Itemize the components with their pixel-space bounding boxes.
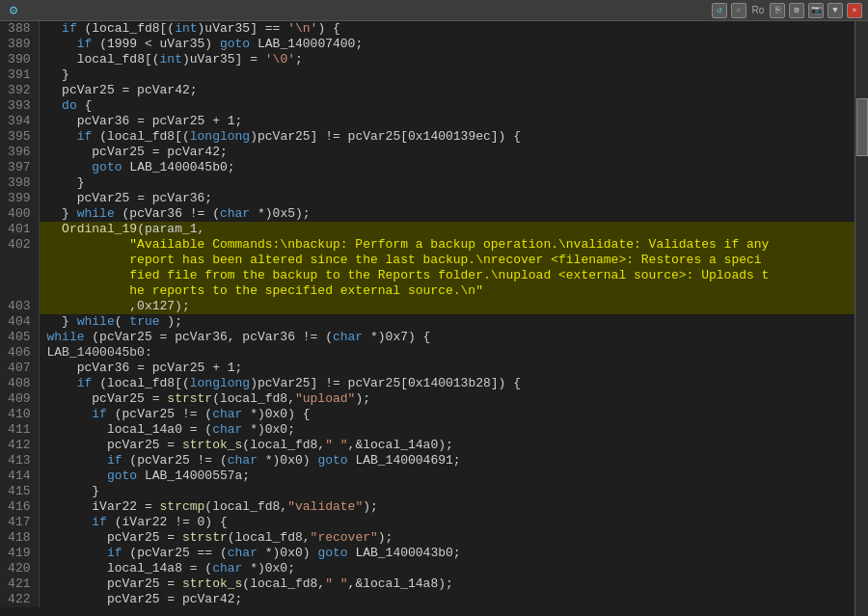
code-line: report has been altered since the last b…	[39, 253, 854, 268]
camera-icon[interactable]: 📷	[808, 3, 824, 18]
menu-icon[interactable]: ▼	[827, 3, 843, 18]
bookmark-icon[interactable]: ⊞	[789, 3, 804, 18]
code-line: goto LAB_1400045b0;	[39, 160, 854, 175]
code-line: pcVar25 = strtok_s(local_fd8," ",&local_…	[39, 576, 854, 592]
code-container: 388 if (local_fd8[(int)uVar35] == '\n') …	[0, 21, 868, 616]
code-line: } while( true );	[39, 314, 854, 330]
code-table: 388 if (local_fd8[(int)uVar35] == '\n') …	[0, 21, 854, 607]
line-number: 422	[0, 592, 39, 607]
table-row: 412 pcVar25 = strtok_s(local_fd8," ",&lo…	[0, 438, 854, 453]
table-row: 405while (pcVar25 = pcVar36, pcVar36 != …	[0, 330, 854, 345]
line-number: 398	[0, 175, 39, 191]
code-line: fied file from the backup to the Reports…	[39, 268, 854, 283]
table-row: 394 pcVar36 = pcVar25 + 1;	[0, 114, 854, 129]
table-row: 391 }	[0, 67, 854, 83]
code-line: pcVar36 = pcVar25 + 1;	[39, 114, 854, 129]
code-line: Ordinal_19(param_1,	[39, 222, 854, 237]
table-row: he reports to the specified external sou…	[0, 283, 854, 299]
line-number: 415	[0, 484, 39, 499]
sync-icon[interactable]: ⇄	[731, 3, 746, 18]
table-row: 413 if (pcVar25 != (char *)0x0) goto LAB…	[0, 453, 854, 469]
line-number: 421	[0, 576, 39, 592]
code-scroll-area[interactable]: 388 if (local_fd8[(int)uVar35] == '\n') …	[0, 21, 854, 616]
code-line: } while (pcVar36 != (char *)0x5);	[39, 206, 854, 222]
code-line: if (iVar22 != 0) {	[39, 515, 854, 530]
code-line: ,0x127);	[39, 299, 854, 314]
line-number: 389	[0, 37, 39, 52]
copy-icon[interactable]: ⎘	[770, 3, 785, 18]
table-row: 397 goto LAB_1400045b0;	[0, 160, 854, 175]
close-button[interactable]: ✕	[847, 3, 862, 18]
code-line: if (pcVar25 != (char *)0x0) goto LAB_140…	[39, 453, 854, 469]
table-row: 404 } while( true );	[0, 314, 854, 330]
line-number: 401	[0, 222, 39, 237]
code-line: if (pcVar25 != (char *)0x0) {	[39, 407, 854, 422]
table-row: 403 ,0x127);	[0, 299, 854, 314]
line-number: 405	[0, 330, 39, 345]
scrollbar-thumb[interactable]	[856, 98, 868, 156]
code-line: if (1999 < uVar35) goto LAB_140007400;	[39, 37, 854, 52]
line-number	[0, 268, 39, 283]
line-number: 397	[0, 160, 39, 175]
line-number: 390	[0, 52, 39, 67]
table-row: 420 local_14a8 = (char *)0x0;	[0, 561, 854, 576]
line-number: 418	[0, 530, 39, 546]
table-row: 399 pcVar25 = pcVar36;	[0, 191, 854, 206]
code-line: }	[39, 175, 854, 191]
table-row: 411 local_14a0 = (char *)0x0;	[0, 422, 854, 438]
table-row: 409 pcVar25 = strstr(local_fd8,"upload")…	[0, 391, 854, 407]
code-line: local_14a8 = (char *)0x0;	[39, 561, 854, 576]
line-number: 419	[0, 546, 39, 561]
table-row: 418 pcVar25 = strstr(local_fd8,"recover"…	[0, 530, 854, 546]
table-row: 402 "Available Commands:\nbackup: Perfor…	[0, 237, 854, 253]
lang-label: Ro	[750, 3, 766, 18]
line-number	[0, 253, 39, 268]
line-number: 393	[0, 98, 39, 114]
line-number: 391	[0, 67, 39, 83]
vertical-scrollbar[interactable]	[854, 21, 868, 616]
code-line: pcVar36 = pcVar25 + 1;	[39, 361, 854, 376]
refresh-icon[interactable]: ↺	[712, 3, 727, 18]
line-number: 420	[0, 561, 39, 576]
code-line: he reports to the specified external sou…	[39, 283, 854, 299]
line-number: 412	[0, 438, 39, 453]
table-row: 406LAB_1400045b0:	[0, 345, 854, 361]
window-controls: ↺ ⇄ Ro ⎘ ⊞ 📷 ▼ ✕	[712, 3, 862, 18]
table-row: 401 Ordinal_19(param_1,	[0, 222, 854, 237]
code-line: goto LAB_14000557a;	[39, 469, 854, 484]
code-line: if (local_fd8[(int)uVar35] == '\n') {	[39, 21, 854, 37]
table-row: 407 pcVar36 = pcVar25 + 1;	[0, 361, 854, 376]
code-line: local_14a0 = (char *)0x0;	[39, 422, 854, 438]
line-number: 408	[0, 376, 39, 391]
table-row: 400 } while (pcVar36 != (char *)0x5);	[0, 206, 854, 222]
code-line: }	[39, 67, 854, 83]
table-row: 396 pcVar25 = pcVar42;	[0, 145, 854, 160]
code-line: pcVar25 = pcVar36;	[39, 191, 854, 206]
line-number: 400	[0, 206, 39, 222]
table-row: 419 if (pcVar25 == (char *)0x0) goto LAB…	[0, 546, 854, 561]
line-number: 388	[0, 21, 39, 37]
code-line: pcVar25 = pcVar42;	[39, 592, 854, 607]
line-number: 396	[0, 145, 39, 160]
code-line: LAB_1400045b0:	[39, 345, 854, 361]
table-row: 389 if (1999 < uVar35) goto LAB_14000740…	[0, 37, 854, 52]
table-row: 392 pcVar25 = pcVar42;	[0, 83, 854, 98]
code-line: do {	[39, 98, 854, 114]
table-row: 421 pcVar25 = strtok_s(local_fd8," ",&lo…	[0, 576, 854, 592]
code-line: while (pcVar25 = pcVar36, pcVar36 != (ch…	[39, 330, 854, 345]
code-line: pcVar25 = strstr(local_fd8,"recover");	[39, 530, 854, 546]
line-number: 409	[0, 391, 39, 407]
code-line: pcVar25 = strtok_s(local_fd8," ",&local_…	[39, 438, 854, 453]
line-number: 413	[0, 453, 39, 469]
code-line: }	[39, 484, 854, 499]
table-row: 393 do {	[0, 98, 854, 114]
line-number: 411	[0, 422, 39, 438]
line-number: 404	[0, 314, 39, 330]
table-row: 408 if (local_fd8[(longlong)pcVar25] != …	[0, 376, 854, 391]
table-row: 422 pcVar25 = pcVar42;	[0, 592, 854, 607]
table-row: 415 }	[0, 484, 854, 499]
code-line: pcVar25 = strstr(local_fd8,"upload");	[39, 391, 854, 407]
line-number: 402	[0, 237, 39, 253]
line-number: 394	[0, 114, 39, 129]
line-number: 414	[0, 469, 39, 484]
